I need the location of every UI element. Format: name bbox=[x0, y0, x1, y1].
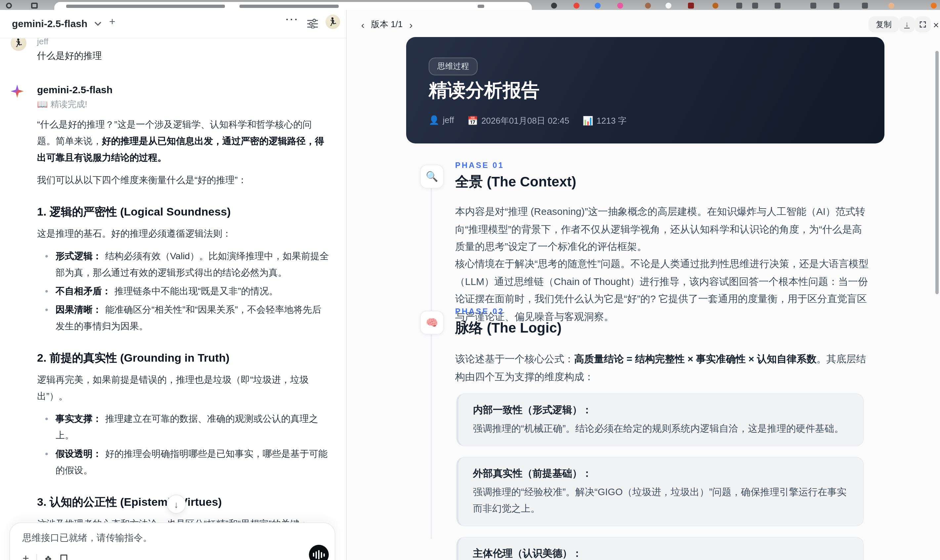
toolbar-icon[interactable] bbox=[862, 3, 868, 9]
extension-icon[interactable] bbox=[551, 3, 557, 9]
report-hero-card: 思维过程 精读分析报告 👤jeff 📅2026年01月08日 02:45 📊12… bbox=[406, 37, 885, 143]
version-label: 版本 1/1 bbox=[371, 18, 402, 31]
chevron-down-icon[interactable] bbox=[95, 22, 101, 26]
extension-icon[interactable] bbox=[595, 3, 601, 9]
close-button[interactable]: × bbox=[928, 17, 940, 32]
extension-icon[interactable] bbox=[931, 3, 937, 9]
toolbar-icon[interactable] bbox=[775, 3, 781, 9]
dimension-card: 外部真实性（前提基础）： 强调推理的“经验校准”。解决“GIGO（垃圾进，垃圾出… bbox=[456, 457, 864, 526]
dimension-cards: 内部一致性（形式逻辑）： 强调推理的“机械正确”。结论必须在给定的规则系统内逻辑… bbox=[456, 393, 864, 560]
close-icon: × bbox=[933, 19, 939, 30]
phase-1-label: PHASE 01 bbox=[455, 161, 504, 170]
book-icon: 📖 bbox=[37, 99, 48, 109]
user-profile-avatar[interactable]: 🏃 bbox=[325, 15, 340, 29]
toolbar-icon[interactable] bbox=[736, 3, 742, 9]
report-author: 👤jeff bbox=[428, 115, 454, 127]
section-2-title: 2. 前提的真实性 (Grounding in Truth) bbox=[37, 351, 330, 366]
extension-icon[interactable] bbox=[617, 3, 623, 9]
chat-input[interactable]: 思维接口已就绪，请传输指令。 + ❖ bbox=[9, 522, 335, 560]
version-nav: ‹ 版本 1/1 › bbox=[361, 18, 413, 31]
browser-reload-icon[interactable] bbox=[6, 3, 12, 9]
list-item: •假设透明：好的推理会明确指明哪些是已知事实，哪些是基于可能的假设。 bbox=[37, 446, 330, 478]
browser-tabs-icon[interactable] bbox=[31, 3, 38, 9]
download-icon: ↓ bbox=[905, 21, 909, 28]
phase-1-title: 全景 (The Context) bbox=[455, 172, 576, 191]
tab-title-clipped bbox=[239, 5, 339, 8]
chart-icon: 📊 bbox=[582, 116, 593, 126]
skills-icon[interactable]: ❖ bbox=[44, 554, 52, 560]
report-meta: 👤jeff 📅2026年01月08日 02:45 📊1213 字 bbox=[428, 115, 627, 127]
list-item: •形式逻辑：结构必须有效（Valid）。比如演绎推理中，如果前提全部为真，那么通… bbox=[37, 248, 330, 281]
artifact-panel: ‹ 版本 1/1 › 复制 ↓ × 思维过程 精读分析报告 👤jeff 📅202… bbox=[347, 10, 940, 560]
section-1-intro: 这是推理的基石。好的推理必须遵循逻辑法则： bbox=[37, 225, 330, 242]
brain-icon: 🧠 bbox=[426, 317, 438, 329]
person-icon: 👤 bbox=[428, 115, 439, 125]
arrow-down-icon: ↓ bbox=[174, 499, 179, 509]
report-word-count: 📊1213 字 bbox=[582, 115, 627, 127]
dimensions-line: 我们可以从以下四个维度来衡量什么是“好的推理”： bbox=[37, 172, 330, 188]
phase-1-paragraph-1: 本内容是对“推理 (Reasoning)”这一抽象概念的高层建模。在知识爆炸与人… bbox=[455, 203, 871, 255]
new-chat-button[interactable]: + bbox=[109, 16, 116, 28]
divider bbox=[36, 554, 37, 560]
extension-icon[interactable] bbox=[573, 3, 579, 9]
extension-icon[interactable] bbox=[688, 3, 694, 9]
phase-1-icon-box: 🔍 bbox=[420, 165, 444, 188]
list-item: •事实支撑：推理建立在可靠的数据、准确的观测或公认的真理之上。 bbox=[37, 411, 330, 444]
report-date: 📅2026年01月08日 02:45 bbox=[467, 115, 569, 127]
phase-2-label: PHASE 02 bbox=[455, 307, 504, 316]
list-item: •不自相矛盾：推理链条中不能出现“既是又非”的情况。 bbox=[37, 283, 330, 300]
magnifier-icon: 🔍 bbox=[426, 171, 438, 183]
chat-panel: gemini-2.5-flash + ··· 🏃 🏃 jeff 什么是好的推理 bbox=[0, 10, 347, 560]
copy-button[interactable]: 复制 bbox=[869, 17, 899, 32]
voice-input-button[interactable] bbox=[309, 545, 329, 560]
phase-2-icon-box: 🧠 bbox=[420, 311, 444, 335]
gemini-star-icon bbox=[11, 85, 24, 98]
phase-1-paragraph-2: 核心情境在于解决“思考的随意性”问题。不论是人类通过批判性思维进行决策，还是大语… bbox=[455, 255, 871, 325]
assistant-message-body: “什么是好的推理？”这是一个涉及逻辑学、认知科学和哲学核心的问题。简单来说，好的… bbox=[37, 111, 330, 560]
tab-title-clipped bbox=[66, 5, 225, 8]
toolbar-icon[interactable] bbox=[752, 3, 758, 9]
dimension-card: 主体伦理（认识美德）： 转向推理者的心理特征。引入奥卡姆剃刀和反向论证，旨在克服… bbox=[456, 537, 864, 560]
app-window: gemini-2.5-flash + ··· 🏃 🏃 jeff 什么是好的推理 bbox=[0, 0, 940, 560]
browser-chrome-strip bbox=[0, 0, 940, 10]
browser-profile-avatar[interactable] bbox=[888, 3, 894, 9]
version-next-button[interactable]: › bbox=[409, 19, 413, 30]
attach-plus-button[interactable]: + bbox=[23, 553, 29, 560]
user-message-text: 什么是好的推理 bbox=[37, 50, 102, 62]
assistant-status-text: 精读完成! bbox=[50, 99, 87, 109]
toolbar-icon[interactable] bbox=[811, 3, 816, 9]
version-prev-button[interactable]: ‹ bbox=[361, 19, 365, 30]
list-item: •因果清晰：能准确区分“相关性”和“因果关系”，不会轻率地将先后发生的事情归为因… bbox=[37, 302, 330, 335]
download-button[interactable]: ↓ bbox=[899, 17, 915, 32]
report-title: 精读分析报告 bbox=[428, 78, 540, 103]
more-options-button[interactable]: ··· bbox=[286, 14, 299, 25]
extension-icon[interactable] bbox=[645, 3, 651, 9]
extension-icon[interactable] bbox=[666, 3, 672, 9]
chat-header: gemini-2.5-flash + ··· 🏃 bbox=[0, 10, 346, 38]
expand-icon bbox=[919, 20, 927, 28]
dimension-card: 内部一致性（形式逻辑）： 强调推理的“机械正确”。结论必须在给定的规则系统内逻辑… bbox=[456, 393, 864, 446]
section-1-title: 1. 逻辑的严密性 (Logical Soundness) bbox=[37, 204, 330, 220]
assistant-name: gemini-2.5-flash bbox=[37, 84, 112, 95]
report-badge: 思维过程 bbox=[428, 57, 478, 75]
calendar-icon: 📅 bbox=[467, 116, 478, 126]
phase-2-intro: 该论述基于一个核心公式：高质量结论 = 结构完整性 × 事实准确性 × 认知自律… bbox=[455, 351, 871, 385]
toolbar-icon[interactable] bbox=[834, 3, 840, 9]
section-2-intro: 逻辑再完美，如果前提是错误的，推理也是垃圾（即“垃圾进，垃圾出”）。 bbox=[37, 372, 330, 405]
assistant-status: 📖精读完成! bbox=[37, 98, 87, 111]
phase-2-title: 脉络 (The Logic) bbox=[455, 318, 562, 337]
scrollbar-thumb[interactable] bbox=[935, 51, 938, 294]
intro-paragraph: “什么是好的推理？”这是一个涉及逻辑学、认知科学和哲学核心的问题。简单来说，好的… bbox=[37, 116, 330, 166]
chat-input-placeholder: 思维接口已就绪，请传输指令。 bbox=[23, 532, 152, 544]
phase-timeline-line bbox=[431, 169, 432, 539]
scroll-to-bottom-button[interactable]: ↓ bbox=[167, 495, 186, 514]
bookmark-icon[interactable] bbox=[59, 554, 68, 560]
browser-active-tab[interactable] bbox=[54, 2, 532, 10]
model-selector[interactable]: gemini-2.5-flash bbox=[12, 18, 87, 29]
extension-icon[interactable] bbox=[712, 3, 718, 9]
settings-sliders-icon[interactable] bbox=[307, 18, 318, 28]
bookmark-star-icon[interactable] bbox=[478, 5, 484, 8]
